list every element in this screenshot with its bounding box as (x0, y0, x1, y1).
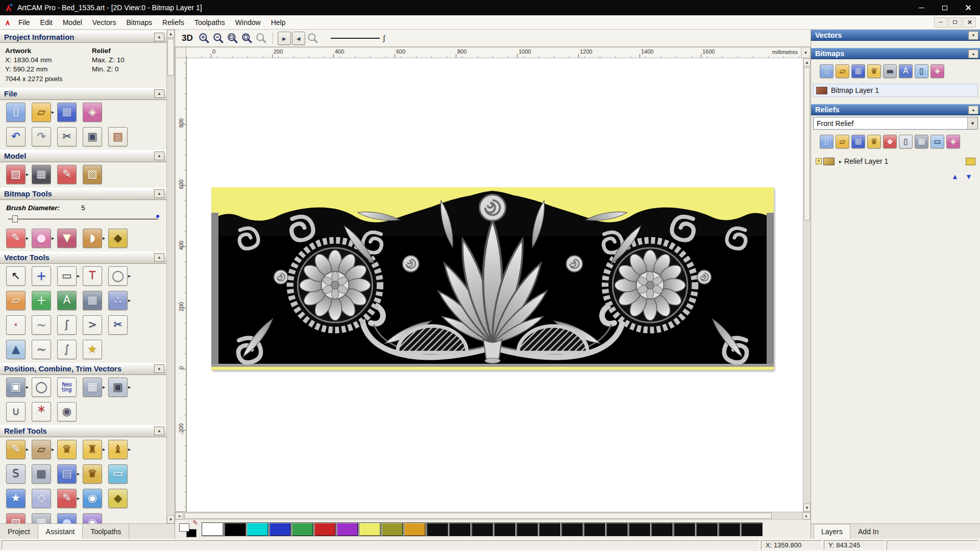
toggle-vector-visibility-icon[interactable]: ◂ (292, 32, 305, 45)
tab-add-in[interactable]: Add In (850, 524, 886, 539)
collapse-section-button[interactable]: ▲ (154, 253, 164, 262)
flood-fill-icon[interactable]: ◆ (108, 229, 128, 248)
lasso-icon[interactable]: ∫ (57, 340, 77, 359)
paint-icon[interactable]: ✎ (6, 229, 26, 248)
ruby-relief-icon[interactable]: ◆ (883, 135, 897, 148)
relief-wizard-icon[interactable]: ♛ (57, 440, 77, 459)
clipped-tool-icon-1[interactable]: ▧ (6, 513, 26, 523)
create-arc-icon[interactable]: > (83, 315, 102, 335)
sculpt-icon[interactable]: ✎ (6, 440, 26, 459)
weave-relief-icon[interactable]: ▦ (32, 464, 51, 484)
expand-layer-icon[interactable]: ▸ (839, 159, 842, 164)
menu-item-reliefs[interactable]: Reliefs (157, 16, 189, 29)
paint-selective-icon-dropdown[interactable]: ▸ (52, 235, 56, 241)
menu-item-vectors[interactable]: Vectors (87, 16, 121, 29)
chevron-down-icon[interactable]: ▼ (967, 117, 977, 129)
create-ellipse-icon[interactable]: ◯ (108, 266, 128, 286)
delete-relief-icon[interactable]: ▭ (930, 135, 944, 148)
colour-picker-icon[interactable]: ▼ (57, 229, 77, 248)
palette-icon[interactable]: ◗ (83, 229, 102, 248)
new-relief-icon[interactable]: ▯ (820, 135, 834, 148)
tab-layers[interactable]: Layers (814, 524, 850, 539)
envelope-relief-icon[interactable]: ▭ (108, 464, 128, 484)
collapse-bitmaps-button[interactable]: ▲ (968, 49, 978, 58)
merge-bitmap-icon[interactable]: ▬ (883, 64, 897, 78)
paste-along-curve-icon-dropdown[interactable]: ▸ (128, 297, 133, 303)
clipped-tool-icon-2[interactable]: ▦ (32, 513, 51, 523)
star-relief-icon[interactable]: ★ (6, 489, 26, 508)
move-layer-down-button[interactable]: ▼ (964, 172, 974, 181)
paint-relief-icon-dropdown[interactable]: ▸ (77, 495, 82, 501)
palette-swatch-12[interactable] (471, 522, 493, 536)
menu-item-window[interactable]: Window (230, 16, 266, 29)
save-relief-icon[interactable]: ▦ (851, 135, 865, 148)
palette-swatch-13[interactable] (494, 522, 516, 536)
align-vectors-icon[interactable]: ▣ (6, 378, 26, 397)
scroll-up-button[interactable]: ▲ (167, 30, 175, 38)
create-shape-icon[interactable]: ▲ (6, 340, 26, 359)
menu-item-model[interactable]: Model (58, 16, 87, 29)
palette-swatch-0[interactable] (202, 522, 224, 536)
relief-layer-colour-icon[interactable] (966, 158, 975, 165)
bitmap-wizard-icon[interactable]: ♛ (867, 64, 881, 78)
smooth-relief-icon[interactable]: S (6, 464, 26, 484)
adjust-model-icon[interactable]: ✎ (57, 165, 77, 184)
relief-spin-icon-dropdown[interactable]: ▸ (128, 446, 133, 452)
menu-item-toolpaths[interactable]: Toolpaths (189, 16, 230, 29)
transform-vectors-icon[interactable]: + (32, 266, 51, 286)
mdi-close-button[interactable] (963, 17, 976, 28)
menu-item-help[interactable]: Help (266, 16, 291, 29)
create-star-icon[interactable]: ★ (83, 340, 102, 359)
palette-swatch-8[interactable] (381, 522, 403, 536)
free-form-icon[interactable]: ~ (32, 340, 51, 359)
relief-spin-icon[interactable]: ♝ (108, 440, 128, 459)
palette-swatch-2[interactable] (247, 522, 268, 536)
palette-swatch-18[interactable] (606, 522, 628, 536)
texture-relief-icon[interactable]: ◉ (83, 489, 102, 508)
zoom-previous-icon[interactable] (306, 32, 320, 45)
weld-vectors-icon[interactable]: * (32, 402, 51, 421)
group-vectors-icon[interactable]: ▣ (108, 378, 128, 397)
paint-icon-dropdown[interactable]: ▸ (26, 235, 31, 241)
open-bitmap-icon[interactable]: ▱ (836, 64, 849, 78)
fit-arcs-icon[interactable]: ∪ (6, 402, 26, 421)
slider-track[interactable] (8, 218, 158, 220)
align-vectors-icon-dropdown[interactable]: ▸ (26, 384, 31, 390)
relief-turn-icon[interactable]: ♜ (83, 440, 102, 459)
canvas-vertical-scrollbar[interactable]: ▲ ▼ (803, 58, 811, 512)
new-bitmap-icon[interactable]: ▯ (820, 64, 834, 78)
palette-swatch-9[interactable] (404, 522, 426, 536)
calculate-relief-icon[interactable]: ▦ (915, 135, 928, 148)
colour-relief-icon[interactable]: ◈ (946, 135, 960, 148)
collapse-section-button[interactable]: ▲ (154, 152, 164, 160)
palette-swatch-7[interactable] (359, 522, 381, 536)
paint-relief-icon[interactable]: ✎ (57, 489, 77, 508)
mdi-minimize-button[interactable] (934, 17, 947, 28)
add-layer-icon[interactable]: + (816, 158, 822, 164)
canvas-horizontal-scrollbar[interactable]: ◂ ▸ (175, 512, 811, 519)
canvas-vscroll-thumb[interactable] (804, 67, 810, 220)
bitmap-layer-row[interactable]: Bitmap Layer 1 (813, 84, 978, 97)
scroll-down-button[interactable]: ▼ (167, 515, 175, 523)
collapse-section-button[interactable]: ▲ (154, 33, 164, 41)
clipped-tool-icon-4[interactable]: ◉ (83, 513, 102, 523)
slider-thumb[interactable] (12, 215, 18, 222)
copy-icon[interactable]: ▣ (83, 127, 102, 146)
zoom-in-icon[interactable] (198, 32, 211, 45)
collapse-section-button[interactable]: ▲ (154, 89, 164, 98)
paint-selective-icon[interactable]: ● (32, 229, 51, 248)
set-model-size-icon-dropdown[interactable]: ▸ (26, 171, 31, 177)
palette-swatch-20[interactable] (651, 522, 673, 536)
relief-wizard-small-icon[interactable]: ♛ (867, 135, 881, 148)
bitmap-fence-icon[interactable]: ▦ (83, 291, 102, 310)
ruler-options-button[interactable]: ▼ (801, 47, 811, 58)
palette-swatch-14[interactable] (516, 522, 538, 536)
select-vectors-icon[interactable]: ↖ (6, 266, 26, 286)
palette-swatch-17[interactable] (583, 522, 605, 536)
sculpt-icon-dropdown[interactable]: ▸ (26, 446, 31, 452)
canvas-scroll-down-button[interactable]: ▼ (803, 504, 811, 512)
palette-swatch-21[interactable] (673, 522, 695, 536)
current-colour-indicator[interactable]: ✎ (179, 522, 198, 537)
canvas-hscroll-thumb[interactable] (184, 513, 772, 519)
create-rectangle-icon[interactable]: ▭ (57, 266, 77, 286)
